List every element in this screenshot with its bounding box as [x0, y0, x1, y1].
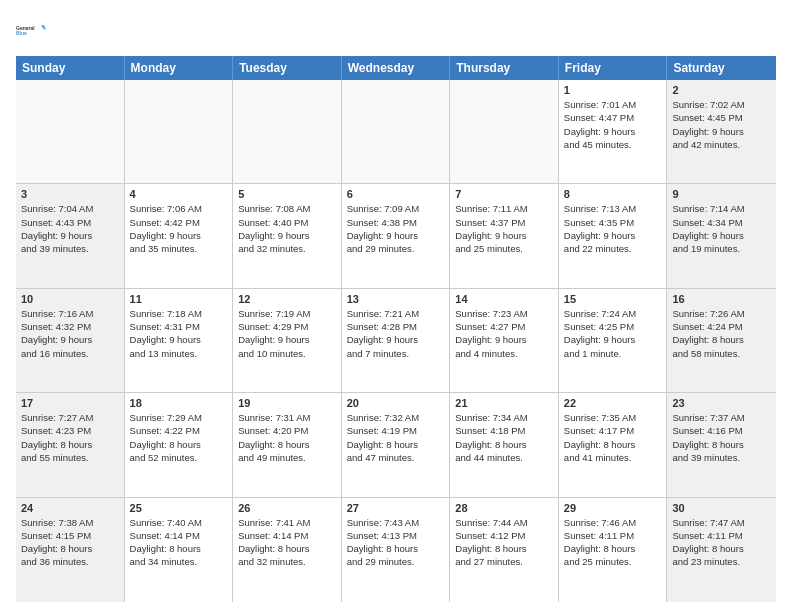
- day-number: 18: [130, 397, 228, 409]
- weekday-header: Saturday: [667, 56, 776, 80]
- calendar-cell: 6Sunrise: 7:09 AMSunset: 4:38 PMDaylight…: [342, 184, 451, 287]
- day-number: 10: [21, 293, 119, 305]
- calendar-row: 1Sunrise: 7:01 AMSunset: 4:47 PMDaylight…: [16, 80, 776, 184]
- calendar-cell: 23Sunrise: 7:37 AMSunset: 4:16 PMDayligh…: [667, 393, 776, 496]
- calendar-cell: 2Sunrise: 7:02 AMSunset: 4:45 PMDaylight…: [667, 80, 776, 183]
- day-info: Sunrise: 7:43 AMSunset: 4:13 PMDaylight:…: [347, 516, 445, 569]
- calendar-cell: 8Sunrise: 7:13 AMSunset: 4:35 PMDaylight…: [559, 184, 668, 287]
- calendar-cell: [342, 80, 451, 183]
- weekday-header: Friday: [559, 56, 668, 80]
- calendar-cell: 26Sunrise: 7:41 AMSunset: 4:14 PMDayligh…: [233, 498, 342, 602]
- day-number: 27: [347, 502, 445, 514]
- calendar-cell: 13Sunrise: 7:21 AMSunset: 4:28 PMDayligh…: [342, 289, 451, 392]
- day-info: Sunrise: 7:19 AMSunset: 4:29 PMDaylight:…: [238, 307, 336, 360]
- calendar-cell: [450, 80, 559, 183]
- weekday-header: Sunday: [16, 56, 125, 80]
- day-number: 5: [238, 188, 336, 200]
- calendar-cell: 7Sunrise: 7:11 AMSunset: 4:37 PMDaylight…: [450, 184, 559, 287]
- weekday-header: Thursday: [450, 56, 559, 80]
- day-info: Sunrise: 7:34 AMSunset: 4:18 PMDaylight:…: [455, 411, 553, 464]
- day-info: Sunrise: 7:14 AMSunset: 4:34 PMDaylight:…: [672, 202, 771, 255]
- day-number: 29: [564, 502, 662, 514]
- day-number: 4: [130, 188, 228, 200]
- calendar-cell: 24Sunrise: 7:38 AMSunset: 4:15 PMDayligh…: [16, 498, 125, 602]
- day-info: Sunrise: 7:18 AMSunset: 4:31 PMDaylight:…: [130, 307, 228, 360]
- weekday-header: Monday: [125, 56, 234, 80]
- day-number: 14: [455, 293, 553, 305]
- day-info: Sunrise: 7:21 AMSunset: 4:28 PMDaylight:…: [347, 307, 445, 360]
- day-info: Sunrise: 7:06 AMSunset: 4:42 PMDaylight:…: [130, 202, 228, 255]
- day-number: 30: [672, 502, 771, 514]
- day-info: Sunrise: 7:29 AMSunset: 4:22 PMDaylight:…: [130, 411, 228, 464]
- header: General Blue: [16, 16, 776, 46]
- day-number: 8: [564, 188, 662, 200]
- day-number: 20: [347, 397, 445, 409]
- day-number: 17: [21, 397, 119, 409]
- day-number: 11: [130, 293, 228, 305]
- day-info: Sunrise: 7:27 AMSunset: 4:23 PMDaylight:…: [21, 411, 119, 464]
- calendar-cell: 4Sunrise: 7:06 AMSunset: 4:42 PMDaylight…: [125, 184, 234, 287]
- day-number: 9: [672, 188, 771, 200]
- calendar-header: SundayMondayTuesdayWednesdayThursdayFrid…: [16, 56, 776, 80]
- day-number: 22: [564, 397, 662, 409]
- day-info: Sunrise: 7:31 AMSunset: 4:20 PMDaylight:…: [238, 411, 336, 464]
- day-number: 26: [238, 502, 336, 514]
- day-info: Sunrise: 7:46 AMSunset: 4:11 PMDaylight:…: [564, 516, 662, 569]
- day-info: Sunrise: 7:02 AMSunset: 4:45 PMDaylight:…: [672, 98, 771, 151]
- calendar-cell: 25Sunrise: 7:40 AMSunset: 4:14 PMDayligh…: [125, 498, 234, 602]
- calendar-row: 10Sunrise: 7:16 AMSunset: 4:32 PMDayligh…: [16, 289, 776, 393]
- day-number: 21: [455, 397, 553, 409]
- day-info: Sunrise: 7:16 AMSunset: 4:32 PMDaylight:…: [21, 307, 119, 360]
- day-number: 28: [455, 502, 553, 514]
- calendar-cell: 1Sunrise: 7:01 AMSunset: 4:47 PMDaylight…: [559, 80, 668, 183]
- calendar-cell: 17Sunrise: 7:27 AMSunset: 4:23 PMDayligh…: [16, 393, 125, 496]
- calendar-cell: 19Sunrise: 7:31 AMSunset: 4:20 PMDayligh…: [233, 393, 342, 496]
- day-info: Sunrise: 7:23 AMSunset: 4:27 PMDaylight:…: [455, 307, 553, 360]
- day-info: Sunrise: 7:37 AMSunset: 4:16 PMDaylight:…: [672, 411, 771, 464]
- calendar-cell: 15Sunrise: 7:24 AMSunset: 4:25 PMDayligh…: [559, 289, 668, 392]
- day-number: 12: [238, 293, 336, 305]
- day-number: 2: [672, 84, 771, 96]
- day-info: Sunrise: 7:47 AMSunset: 4:11 PMDaylight:…: [672, 516, 771, 569]
- day-info: Sunrise: 7:24 AMSunset: 4:25 PMDaylight:…: [564, 307, 662, 360]
- day-info: Sunrise: 7:44 AMSunset: 4:12 PMDaylight:…: [455, 516, 553, 569]
- weekday-header: Wednesday: [342, 56, 451, 80]
- calendar-cell: 11Sunrise: 7:18 AMSunset: 4:31 PMDayligh…: [125, 289, 234, 392]
- day-info: Sunrise: 7:40 AMSunset: 4:14 PMDaylight:…: [130, 516, 228, 569]
- day-info: Sunrise: 7:35 AMSunset: 4:17 PMDaylight:…: [564, 411, 662, 464]
- calendar-row: 3Sunrise: 7:04 AMSunset: 4:43 PMDaylight…: [16, 184, 776, 288]
- day-number: 15: [564, 293, 662, 305]
- calendar-cell: 10Sunrise: 7:16 AMSunset: 4:32 PMDayligh…: [16, 289, 125, 392]
- calendar-body: 1Sunrise: 7:01 AMSunset: 4:47 PMDaylight…: [16, 80, 776, 602]
- day-info: Sunrise: 7:09 AMSunset: 4:38 PMDaylight:…: [347, 202, 445, 255]
- calendar-cell: 5Sunrise: 7:08 AMSunset: 4:40 PMDaylight…: [233, 184, 342, 287]
- day-info: Sunrise: 7:01 AMSunset: 4:47 PMDaylight:…: [564, 98, 662, 151]
- svg-text:Blue: Blue: [16, 30, 27, 36]
- calendar-cell: 21Sunrise: 7:34 AMSunset: 4:18 PMDayligh…: [450, 393, 559, 496]
- calendar-cell: 27Sunrise: 7:43 AMSunset: 4:13 PMDayligh…: [342, 498, 451, 602]
- day-number: 7: [455, 188, 553, 200]
- day-number: 19: [238, 397, 336, 409]
- calendar-cell: 29Sunrise: 7:46 AMSunset: 4:11 PMDayligh…: [559, 498, 668, 602]
- day-info: Sunrise: 7:41 AMSunset: 4:14 PMDaylight:…: [238, 516, 336, 569]
- calendar-cell: [16, 80, 125, 183]
- page: General Blue SundayMondayTuesdayWednesda…: [0, 0, 792, 612]
- day-number: 23: [672, 397, 771, 409]
- calendar-cell: 3Sunrise: 7:04 AMSunset: 4:43 PMDaylight…: [16, 184, 125, 287]
- calendar-cell: 14Sunrise: 7:23 AMSunset: 4:27 PMDayligh…: [450, 289, 559, 392]
- calendar-cell: 18Sunrise: 7:29 AMSunset: 4:22 PMDayligh…: [125, 393, 234, 496]
- svg-marker-3: [42, 27, 45, 31]
- weekday-header: Tuesday: [233, 56, 342, 80]
- day-info: Sunrise: 7:04 AMSunset: 4:43 PMDaylight:…: [21, 202, 119, 255]
- day-number: 16: [672, 293, 771, 305]
- calendar-row: 17Sunrise: 7:27 AMSunset: 4:23 PMDayligh…: [16, 393, 776, 497]
- calendar-cell: 12Sunrise: 7:19 AMSunset: 4:29 PMDayligh…: [233, 289, 342, 392]
- logo-icon: General Blue: [16, 16, 46, 46]
- day-number: 6: [347, 188, 445, 200]
- day-number: 25: [130, 502, 228, 514]
- day-number: 3: [21, 188, 119, 200]
- day-number: 1: [564, 84, 662, 96]
- calendar: SundayMondayTuesdayWednesdayThursdayFrid…: [16, 56, 776, 602]
- calendar-cell: 22Sunrise: 7:35 AMSunset: 4:17 PMDayligh…: [559, 393, 668, 496]
- calendar-cell: 28Sunrise: 7:44 AMSunset: 4:12 PMDayligh…: [450, 498, 559, 602]
